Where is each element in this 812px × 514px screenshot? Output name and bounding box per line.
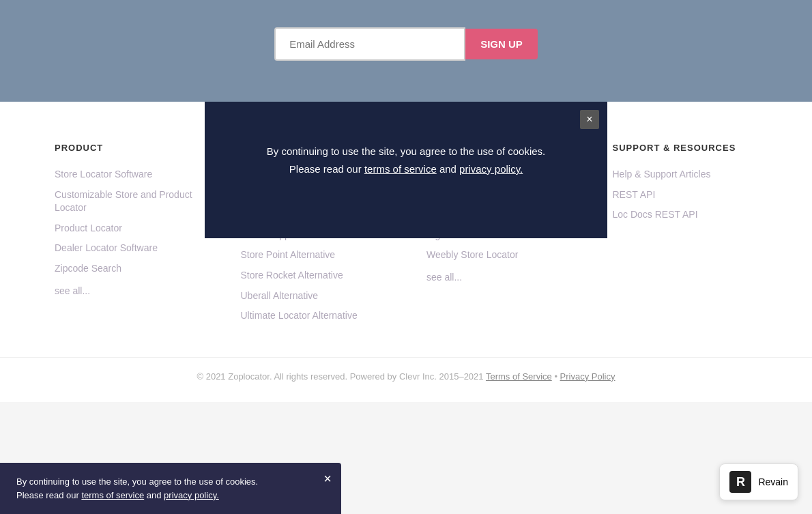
list-item: Store Locator Software	[55, 168, 200, 182]
list-item: Weebly Store Locator	[426, 248, 572, 262]
compare-link-7[interactable]: Uberall Alternative	[241, 290, 319, 301]
product-link-2[interactable]: Customizable Store and Product Locator	[55, 189, 192, 214]
product-see-all[interactable]: see all...	[55, 285, 90, 296]
platform-link-5[interactable]: Weebly Store Locator	[426, 249, 518, 260]
compare-link-6[interactable]: Store Rocket Alternative	[241, 270, 343, 281]
terms-link[interactable]: Terms of Service	[486, 371, 552, 382]
platforms-see-all[interactable]: see all...	[426, 272, 462, 283]
signup-button[interactable]: SIGN UP	[465, 29, 538, 59]
product-link-3[interactable]: Product Locator	[55, 223, 122, 233]
product-link-5[interactable]: Zipcode Search	[55, 263, 121, 274]
support-links: Help & Support Articles REST API Loc Doc…	[613, 168, 758, 222]
footer-col-product: PRODUCT Store Locator Software Customiza…	[55, 143, 200, 330]
product-link-1[interactable]: Store Locator Software	[55, 169, 152, 180]
footer-bottom-text: © 2021 Zoplocator. All rights reserved. …	[55, 371, 757, 382]
cookie-modal-privacy-link[interactable]: privacy policy.	[459, 163, 523, 175]
product-link-4[interactable]: Dealer Locator Software	[55, 242, 158, 253]
cookie-modal-close-button[interactable]: ×	[580, 110, 599, 129]
privacy-link[interactable]: Privacy Policy	[560, 371, 615, 382]
list-item: Dealer Locator Software	[55, 242, 200, 255]
list-item: REST API	[613, 188, 758, 202]
support-heading: SUPPORT & RESOURCES	[613, 143, 758, 153]
support-link-1[interactable]: Help & Support Articles	[613, 169, 711, 180]
email-input[interactable]	[274, 27, 465, 61]
support-link-2[interactable]: REST API	[613, 189, 656, 200]
support-link-3[interactable]: Loc Docs REST API	[613, 209, 698, 220]
product-heading: PRODUCT	[55, 143, 200, 153]
cookie-modal: × By continuing to use the site, you agr…	[205, 102, 607, 238]
list-item: Help & Support Articles	[613, 168, 758, 182]
compare-link-5[interactable]: Store Point Alternative	[241, 249, 336, 260]
list-item: Loc Docs REST API	[613, 208, 758, 222]
footer-col-support: SUPPORT & RESOURCES Help & Support Artic…	[613, 143, 758, 330]
cookie-modal-tos-link[interactable]: terms of service	[364, 163, 437, 175]
list-item: Store Point Alternative	[241, 248, 386, 262]
list-item: Customizable Store and Product Locator	[55, 188, 200, 215]
list-item: Product Locator	[55, 222, 200, 235]
list-item: Zipcode Search	[55, 262, 200, 276]
email-form: SIGN UP	[274, 27, 538, 61]
cookie-modal-text: By continuing to use the site, you agree…	[239, 143, 573, 177]
footer-wrapper: × By continuing to use the site, you agr…	[0, 102, 812, 402]
product-links: Store Locator Software Customizable Stor…	[55, 168, 200, 276]
footer-bottom: © 2021 Zoplocator. All rights reserved. …	[0, 357, 812, 402]
list-item: Ultimate Locator Alternative	[241, 309, 386, 323]
list-item: Uberall Alternative	[241, 289, 386, 303]
hero-section: SIGN UP	[0, 0, 812, 102]
list-item: Store Rocket Alternative	[241, 269, 386, 283]
compare-link-8[interactable]: Ultimate Locator Alternative	[241, 310, 358, 321]
